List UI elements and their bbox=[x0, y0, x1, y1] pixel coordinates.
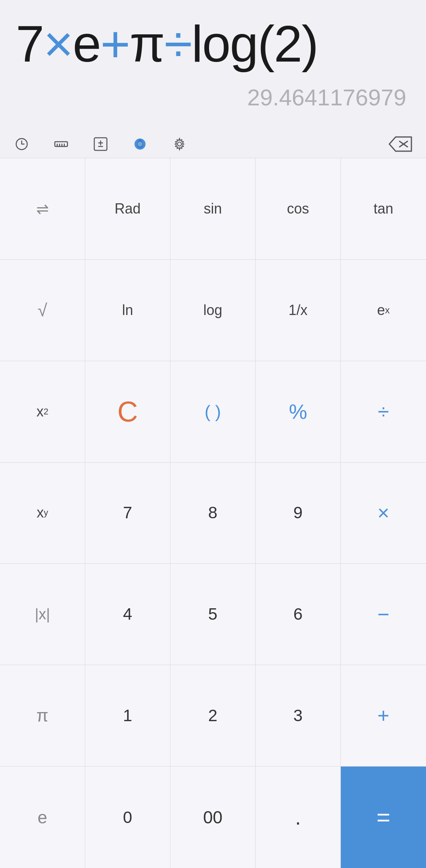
tan-key[interactable]: tan bbox=[341, 158, 426, 259]
seven-key[interactable]: 7 bbox=[85, 463, 170, 564]
expr-e: e bbox=[73, 15, 100, 73]
nine-key[interactable]: 9 bbox=[256, 463, 341, 564]
expr-7: 7 bbox=[16, 15, 43, 73]
decimal-key[interactable]: . bbox=[256, 767, 341, 868]
result-display: 29.4641176979 bbox=[16, 84, 410, 111]
exp-key[interactable]: ex bbox=[341, 260, 426, 361]
clear-key[interactable]: C bbox=[85, 361, 170, 462]
history-button[interactable] bbox=[12, 134, 32, 154]
log-key[interactable]: log bbox=[170, 260, 256, 361]
cos-key[interactable]: cos bbox=[256, 158, 341, 259]
ruler-button[interactable] bbox=[51, 134, 71, 154]
expr-plus: + bbox=[101, 15, 130, 73]
display-area: 7×e+π÷log(2) 29.4641176979 bbox=[0, 0, 426, 130]
ln-key[interactable]: ln bbox=[85, 260, 170, 361]
percent-key[interactable]: % bbox=[256, 361, 341, 462]
keypad: ⇌ Rad sin cos tan √ ln log 1/x ex x2 C (… bbox=[0, 158, 426, 868]
plus-key[interactable]: + bbox=[341, 665, 426, 766]
divide-key[interactable]: ÷ bbox=[341, 361, 426, 462]
backspace-button[interactable] bbox=[387, 134, 414, 154]
power-key[interactable]: xy bbox=[0, 463, 85, 564]
reciprocal-key[interactable]: 1/x bbox=[256, 260, 341, 361]
multiply-key[interactable]: × bbox=[341, 463, 426, 564]
euler-key[interactable]: e bbox=[0, 767, 85, 868]
three-key[interactable]: 3 bbox=[256, 665, 341, 766]
rad-key[interactable]: Rad bbox=[85, 158, 170, 259]
sin-key[interactable]: sin bbox=[170, 158, 256, 259]
toolbar bbox=[0, 130, 426, 158]
svg-point-11 bbox=[138, 142, 142, 146]
theme-button[interactable] bbox=[130, 134, 150, 154]
expr-pi: π bbox=[129, 15, 164, 73]
expr-times: × bbox=[43, 15, 73, 73]
abs-key[interactable]: |x| bbox=[0, 564, 85, 665]
keypad-row-6: π 1 2 3 + bbox=[0, 665, 426, 767]
five-key[interactable]: 5 bbox=[170, 564, 256, 665]
keypad-row-7: e 0 00 . = bbox=[0, 767, 426, 868]
one-key[interactable]: 1 bbox=[85, 665, 170, 766]
settings-button[interactable] bbox=[170, 134, 189, 154]
minus-key[interactable]: − bbox=[341, 564, 426, 665]
svg-marker-13 bbox=[389, 137, 411, 151]
equals-key[interactable]: = bbox=[341, 767, 426, 868]
keypad-row-1: ⇌ Rad sin cos tan bbox=[0, 158, 426, 260]
six-key[interactable]: 6 bbox=[256, 564, 341, 665]
svg-point-12 bbox=[178, 142, 181, 146]
four-key[interactable]: 4 bbox=[85, 564, 170, 665]
keypad-row-5: |x| 4 5 6 − bbox=[0, 564, 426, 665]
eight-key[interactable]: 8 bbox=[170, 463, 256, 564]
expression-display: 7×e+π÷log(2) bbox=[16, 16, 410, 72]
expr-div: ÷ bbox=[164, 15, 191, 73]
expr-log2: log(2) bbox=[192, 15, 318, 73]
double-zero-key[interactable]: 00 bbox=[170, 767, 256, 868]
keypad-row-2: √ ln log 1/x ex bbox=[0, 260, 426, 361]
keypad-row-4: xy 7 8 9 × bbox=[0, 463, 426, 564]
plusminus-button[interactable] bbox=[91, 134, 110, 154]
pi-key[interactable]: π bbox=[0, 665, 85, 766]
shift-key[interactable]: ⇌ bbox=[0, 158, 85, 259]
keypad-row-3: x2 C ( ) % ÷ bbox=[0, 361, 426, 463]
square-key[interactable]: x2 bbox=[0, 361, 85, 462]
zero-key[interactable]: 0 bbox=[85, 767, 170, 868]
sqrt-key[interactable]: √ bbox=[0, 260, 85, 361]
paren-key[interactable]: ( ) bbox=[170, 361, 256, 462]
two-key[interactable]: 2 bbox=[170, 665, 256, 766]
